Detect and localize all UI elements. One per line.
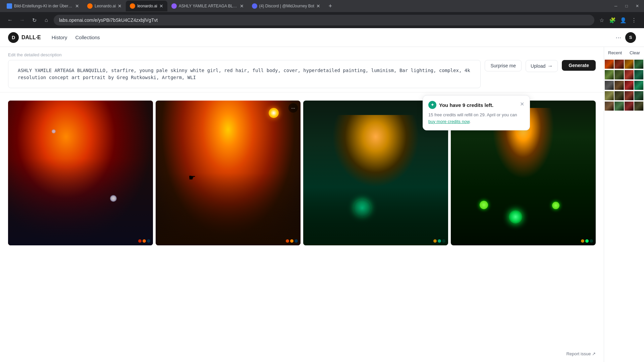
sidebar-thumb[interactable] [625, 81, 634, 90]
sidebar-thumb[interactable] [614, 81, 624, 90]
sidebar-row-5 [604, 101, 644, 111]
logo-icon: D [8, 32, 19, 43]
logo-letter: D [12, 35, 15, 40]
sidebar-thumb[interactable] [605, 91, 614, 100]
sidebar-thumb[interactable] [605, 102, 614, 111]
url-text: labs.openai.com/e/ysPBi7bSkU4CZ4zxbjlVgT… [59, 17, 158, 23]
sidebar-thumb[interactable] [634, 81, 643, 90]
generate-button[interactable]: Generate [562, 60, 596, 71]
tab-close-leonardo1[interactable]: ✕ [118, 3, 122, 9]
nav-collections[interactable]: Collections [72, 33, 102, 42]
prompt-area: Edit the detailed description ASHLY YAMI… [0, 47, 604, 93]
report-issue-link[interactable]: Report issue ↗ [566, 351, 596, 356]
tab-title-bild: Bild-Erstellungs-KI in der Übers... [14, 4, 73, 8]
image-card-1[interactable] [8, 101, 153, 245]
tab-title-leonardo2: leonardo.ai [137, 4, 157, 8]
sidebar-header: Recent Clear [604, 47, 644, 59]
tab-ashly[interactable]: ASHLY YAMILE ARTEAGA BLANC... ✕ [167, 1, 248, 11]
tab-title-leonardo1: Leonardo.ai [95, 4, 116, 8]
sidebar-thumb[interactable] [614, 102, 624, 111]
tab-close-discord[interactable]: ✕ [316, 3, 320, 9]
color-dot [438, 239, 441, 243]
sidebar-thumb[interactable] [614, 91, 624, 100]
tab-close-ashly[interactable]: ✕ [240, 3, 244, 9]
new-tab-button[interactable]: + [326, 1, 335, 11]
sidebar-clear-button[interactable]: Clear [630, 50, 640, 55]
sidebar-thumb[interactable] [625, 60, 634, 69]
color-dot [286, 239, 289, 243]
tab-leonardo1[interactable]: Leonardo.ai ✕ [83, 1, 126, 11]
close-window-button[interactable]: ✕ [633, 2, 641, 10]
notif-body: 15 free credits will refill on 29. April… [428, 112, 524, 125]
avatar-letter: S [629, 35, 632, 40]
menu-icon[interactable]: ⋮ [629, 15, 639, 25]
color-dot [433, 239, 437, 243]
sidebar-thumb[interactable] [605, 70, 614, 79]
notif-header: ✦ You have 9 credits left. ✕ [428, 101, 524, 109]
app-header: D DALL·E History Collections ··· S [0, 28, 644, 47]
sidebar-thumb[interactable] [634, 91, 643, 100]
sidebar-thumb[interactable] [614, 60, 624, 69]
tab-favicon-leonardo2 [130, 3, 135, 9]
sidebar-row-2 [604, 69, 644, 80]
header-right: ··· S [615, 32, 636, 43]
tab-favicon-discord [252, 3, 257, 9]
surprise-me-button[interactable]: Surprise me [485, 60, 521, 71]
upload-arrow-icon: → [547, 63, 553, 69]
tab-favicon-bild [7, 3, 12, 9]
color-dot [147, 239, 150, 243]
sidebar-thumb[interactable] [605, 60, 614, 69]
tab-favicon-ashly [171, 3, 177, 9]
sidebar-thumb[interactable] [625, 91, 634, 100]
nav-history[interactable]: History [49, 33, 70, 42]
tab-favicon-leonardo1 [87, 3, 93, 9]
sidebar-thumb[interactable] [625, 102, 634, 111]
logo-text: DALL·E [21, 35, 41, 41]
window-controls: ─ □ ✕ [612, 2, 641, 10]
more-options-button[interactable]: ··· [615, 34, 621, 41]
avatar[interactable]: S [625, 32, 636, 43]
image-card-menu-2[interactable]: ··· [288, 103, 298, 113]
home-button[interactable]: ⌂ [42, 15, 51, 25]
forward-button[interactable]: → [17, 15, 27, 25]
color-dot [581, 239, 584, 243]
color-dots-1 [138, 239, 150, 243]
color-dots-3 [433, 239, 445, 243]
tab-title-ashly: ASHLY YAMILE ARTEAGA BLANC... [179, 4, 238, 8]
sidebar-images [604, 59, 644, 111]
image-card-2[interactable]: ··· [156, 101, 301, 245]
notif-close-button[interactable]: ✕ [520, 101, 524, 107]
tab-bild[interactable]: Bild-Erstellungs-KI in der Übers... ✕ [3, 1, 83, 11]
tab-leonardo2[interactable]: leonardo.ai ✕ [126, 1, 167, 11]
maximize-button[interactable]: □ [623, 2, 631, 10]
right-sidebar: Recent Clear [604, 47, 644, 362]
bookmark-icon[interactable]: ☆ [597, 15, 606, 25]
main-content: Edit the detailed description ASHLY YAMI… [0, 47, 644, 362]
sidebar-thumb[interactable] [605, 81, 614, 90]
extensions-icon[interactable]: 🧩 [608, 15, 617, 25]
sidebar-thumb[interactable] [614, 70, 624, 79]
minimize-button[interactable]: ─ [612, 2, 620, 10]
notification-popup: ✦ You have 9 credits left. ✕ 15 free cre… [423, 95, 530, 130]
left-panel: Edit the detailed description ASHLY YAMI… [0, 47, 604, 362]
buy-credits-link[interactable]: buy more credits now [428, 119, 470, 124]
url-input[interactable]: labs.openai.com/e/ysPBi7bSkU4CZ4zxbjlVgT… [54, 15, 594, 25]
tab-title-discord: (4) Discord | @MidJourney Bot [259, 4, 314, 8]
prompt-textarea[interactable]: ASHLY YAMILE ARTEAGA BLANQUILLO, starfir… [13, 64, 476, 84]
tab-discord[interactable]: (4) Discord | @MidJourney Bot ✕ [248, 1, 324, 11]
address-bar-actions: ☆ 🧩 👤 ⋮ [597, 15, 639, 25]
sidebar-row-4 [604, 90, 644, 101]
sidebar-thumb[interactable] [634, 102, 643, 111]
tab-close-leonardo2[interactable]: ✕ [159, 3, 163, 9]
sidebar-thumb[interactable] [634, 60, 643, 69]
prompt-label: Edit the detailed description [8, 52, 596, 57]
sidebar-thumb[interactable] [625, 70, 634, 79]
sidebar-thumb[interactable] [634, 70, 643, 79]
prompt-input-row: ASHLY YAMILE ARTEAGA BLANQUILLO, starfir… [8, 60, 596, 88]
color-dot [442, 239, 445, 243]
tab-close-bild[interactable]: ✕ [75, 3, 79, 9]
profile-icon[interactable]: 👤 [619, 15, 628, 25]
back-button[interactable]: ← [5, 15, 15, 25]
upload-button[interactable]: Upload → [526, 60, 558, 72]
reload-button[interactable]: ↻ [30, 15, 39, 25]
